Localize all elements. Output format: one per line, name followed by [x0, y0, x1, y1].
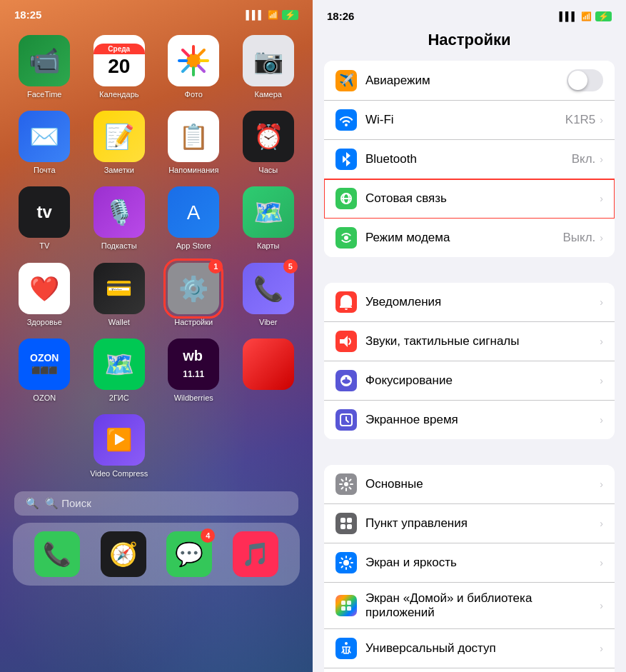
settings-row-controlcenter[interactable]: Пункт управления › [324, 504, 615, 543]
screentime-chevron: › [600, 414, 603, 426]
app-health[interactable]: ❤️ Здоровье [13, 263, 76, 327]
notes-icon: 📝 [94, 111, 145, 162]
maps-icon: 🗺️ [243, 186, 294, 238]
settings-row-accessibility[interactable]: Универсальный доступ › [324, 629, 615, 668]
settings-section-system: Основные › Пункт управления › [313, 465, 626, 672]
svg-rect-20 [347, 524, 352, 529]
settings-row-display[interactable]: Экран и яркость › [324, 543, 615, 583]
videocompress-label: Video Compress [90, 469, 148, 478]
settings-screen: 18:26 ▌▌▌ 📶 ⚡ Настройки ✈️ Авиарежим [313, 0, 626, 672]
2gis-label: 2ГИС [109, 393, 129, 403]
settings-row-hotspot[interactable]: Режим модема Выкл. › [324, 219, 615, 257]
display-label: Экран и яркость [365, 556, 600, 570]
display-icon [335, 552, 357, 573]
app-notes[interactable]: 📝 Заметки [88, 111, 151, 175]
svg-point-26 [345, 642, 348, 645]
app-viber[interactable]: 📞 5 Viber [237, 263, 301, 327]
settings-row-wallpaper[interactable]: Обои › [324, 668, 615, 672]
general-icon [335, 473, 357, 495]
hotspot-chevron: › [600, 232, 603, 244]
health-icon: ❤️ [19, 263, 70, 314]
general-label: Основные [365, 477, 600, 491]
reminders-icon: 📋 [168, 111, 219, 162]
app-facetime[interactable]: 📹 FaceTime [13, 35, 76, 99]
app-photos[interactable]: Фото [162, 35, 226, 99]
cellular-icon [335, 188, 357, 209]
app-ozon[interactable]: OZON⬛⬛⬛ OZON [13, 338, 76, 403]
ozon-icon: OZON⬛⬛⬛ [19, 338, 70, 390]
settings-row-focus[interactable]: Фокусирование › [324, 361, 615, 401]
dock-music[interactable]: 🎵 [233, 531, 278, 577]
wifi-icon-right: 📶 [581, 11, 592, 21]
settings-row-screentime[interactable]: Экранное время › [324, 401, 615, 439]
dock-messages[interactable]: 💬 4 [166, 531, 212, 577]
settings-group-system: Основные › Пункт управления › [324, 465, 615, 672]
airplane-label: Авиарежим [365, 74, 567, 88]
podcasts-label: Подкасты [101, 241, 137, 251]
settings-row-airplane[interactable]: ✈️ Авиарежим [324, 61, 615, 101]
settings-section-connectivity: ✈️ Авиарежим Wi-Fi K1R5 › [313, 61, 626, 257]
settings-row-notifications[interactable]: Уведомления › [324, 283, 615, 322]
svg-text:A: A [187, 201, 201, 224]
bluetooth-chevron: › [600, 154, 603, 165]
app-clock[interactable]: ⏰ Часы [237, 111, 301, 175]
maps-label: Карты [257, 241, 279, 251]
settings-row-general[interactable]: Основные › [324, 465, 615, 504]
dock-safari[interactable]: 🧭 [101, 531, 146, 577]
cellular-chevron: › [600, 193, 603, 204]
app-maps[interactable]: 🗺️ Карты [237, 186, 301, 251]
signal-icon-right: ▌▌▌ [559, 11, 577, 21]
settings-row-sounds[interactable]: Звуки, тактильные сигналы › [324, 322, 615, 361]
app-empty3 [237, 414, 301, 478]
photos-label: Фото [185, 90, 203, 99]
airplane-toggle[interactable] [567, 69, 603, 91]
app-red[interactable] [237, 338, 301, 403]
wifi-label: Wi-Fi [365, 113, 565, 127]
viber-label: Viber [259, 318, 277, 327]
svg-line-6 [198, 66, 204, 71]
wifi-chevron: › [600, 114, 603, 126]
dock: 📞 🧭 💬 4 🎵 [13, 523, 300, 586]
app-tv[interactable]: tv TV [13, 186, 76, 251]
battery-icon-right: ⚡ [595, 11, 612, 21]
app-2gis[interactable]: 🗺️ 2ГИС [88, 338, 151, 403]
app-settings[interactable]: ⚙️ 1 Настройки [162, 263, 226, 327]
app-reminders[interactable]: 📋 Напоминания [162, 111, 226, 175]
screentime-label: Экранное время [365, 413, 600, 427]
settings-row-bluetooth[interactable]: Bluetooth Вкл. › [324, 140, 615, 179]
dock-phone[interactable]: 📞 [34, 531, 80, 577]
status-bar-right: 18:26 ▌▌▌ 📶 ⚡ [313, 0, 626, 28]
app-videocompress[interactable]: ▶️ Video Compress [88, 414, 151, 478]
notifications-label: Уведомления [365, 295, 600, 309]
bluetooth-label: Bluetooth [365, 152, 572, 166]
app-wildberries[interactable]: wb11.11 Wildberries [162, 338, 226, 403]
svg-rect-24 [341, 606, 345, 611]
settings-row-wifi[interactable]: Wi-Fi K1R5 › [324, 101, 615, 140]
app-wallet[interactable]: 💳 Wallet [88, 263, 151, 327]
reminders-label: Напоминания [168, 166, 218, 175]
settings-row-homescreen[interactable]: Экран «Домой» и библиотека приложений › [324, 583, 615, 629]
empty-slot-1 [19, 414, 70, 466]
settings-row-cellular[interactable]: Сотовая связь › [324, 179, 615, 219]
app-podcasts[interactable]: 🎙️ Подкасты [88, 186, 151, 251]
settings-list: ✈️ Авиарежим Wi-Fi K1R5 › [313, 61, 626, 672]
wildberries-label: Wildberries [174, 393, 213, 403]
airplane-icon: ✈️ [335, 70, 357, 91]
messages-icon: 💬 [175, 541, 203, 568]
phone-icon: 📞 [43, 541, 71, 568]
app-mail[interactable]: ✉️ Почта [13, 111, 76, 175]
appstore-icon: A [168, 186, 219, 238]
display-chevron: › [600, 557, 603, 568]
app-appstore[interactable]: A App Store [162, 186, 226, 251]
controlcenter-chevron: › [600, 518, 603, 529]
music-icon: 🎵 [241, 541, 270, 568]
app-calendar[interactable]: Среда 20 Календарь [88, 35, 151, 99]
app-camera[interactable]: 📷 Камера [237, 35, 301, 99]
tv-label: TV [39, 241, 49, 251]
search-bar[interactable]: 🔍 🔍 Поиск [14, 491, 298, 516]
svg-rect-22 [341, 601, 345, 605]
calendar-label: Календарь [99, 90, 139, 99]
time-right: 18:26 [327, 10, 354, 22]
videocompress-icon: ▶️ [94, 414, 145, 466]
svg-rect-25 [347, 606, 351, 611]
